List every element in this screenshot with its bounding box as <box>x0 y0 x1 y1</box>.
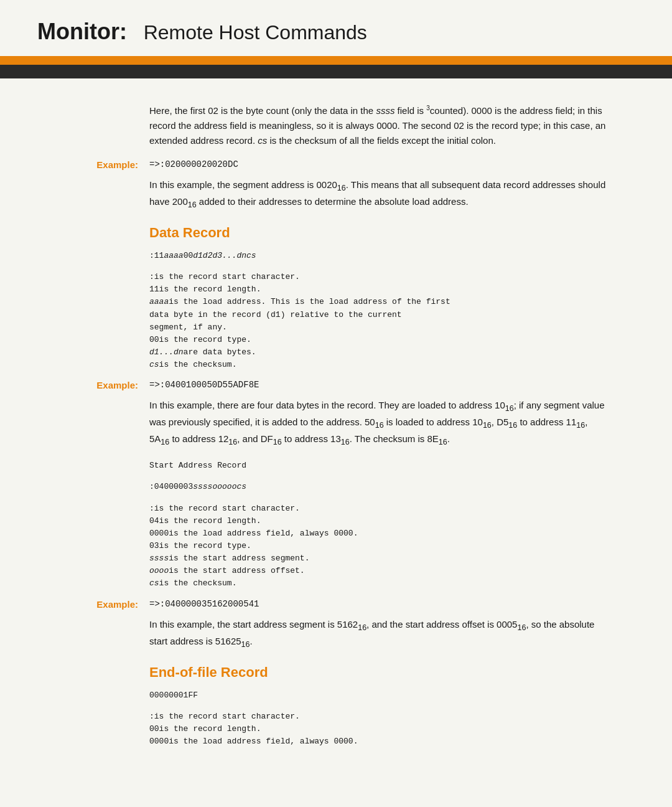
example1-row: Example: =>:020000020020DC <box>37 159 635 170</box>
orange-bar <box>0 56 672 65</box>
example3-text: In this example, the start address segme… <box>149 617 610 651</box>
start-address-code: :is the record start character. 04is the… <box>149 503 635 590</box>
example3-label: Example: <box>37 599 149 610</box>
example1-text: In this example, the segment address is … <box>149 177 610 211</box>
example2-row: Example: =>:0400100050D55ADF8E <box>37 380 635 390</box>
title-bold: Monitor: <box>37 19 127 44</box>
eof-format: 00000001FF <box>149 689 635 702</box>
example3-code: =>:040000035162000541 <box>149 599 259 609</box>
example3-row: Example: =>:040000035162000541 <box>37 599 635 610</box>
example1-code: =>:020000020020DC <box>149 159 238 169</box>
page-title: Monitor: Remote Host Commands <box>37 19 635 45</box>
main-content: Here, the first 02 is the byte count (on… <box>0 97 672 781</box>
data-record-heading: Data Record <box>149 225 635 241</box>
example2-text: In this example, there are four data byt… <box>149 398 610 448</box>
data-record-format: :11aaaa00d1d2d3...dncs <box>149 250 635 262</box>
example2-code: =>:0400100050D55ADF8E <box>149 380 259 390</box>
title-subtitle: Remote Host Commands <box>144 21 367 44</box>
eof-code: :is the record start character. 00is the… <box>149 710 635 748</box>
page-header: Monitor: Remote Host Commands <box>0 0 672 56</box>
example2-label: Example: <box>37 380 149 390</box>
example1-label: Example: <box>37 159 149 170</box>
data-record-code: :is the record start character. 11is the… <box>149 271 635 371</box>
eof-heading: End-of-file Record <box>149 664 635 681</box>
start-address-format: :04000003ssssooooocs <box>149 481 635 493</box>
start-address-label: Start Address Record <box>149 460 635 472</box>
dark-bar <box>0 65 672 78</box>
intro-paragraph: Here, the first 02 is the byte count (on… <box>149 103 610 148</box>
